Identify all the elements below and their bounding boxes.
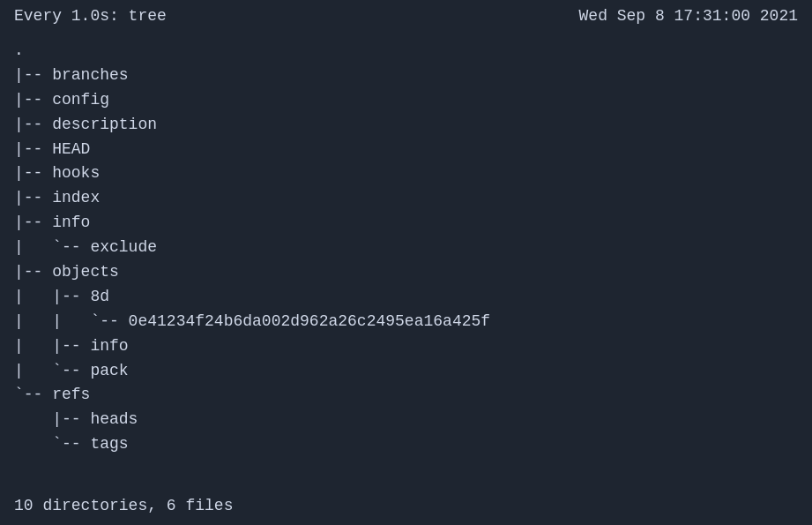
terminal-header: Every 1.0s: tree Wed Sep 8 17:31:00 2021 <box>0 0 812 32</box>
timestamp-label: Wed Sep 8 17:31:00 2021 <box>579 7 798 25</box>
tree-output: . |-- branches |-- config |-- descriptio… <box>0 32 812 490</box>
summary-line: 10 directories, 6 files <box>0 490 812 525</box>
terminal-window: Every 1.0s: tree Wed Sep 8 17:31:00 2021… <box>0 0 812 525</box>
watch-command-label: Every 1.0s: tree <box>14 7 167 25</box>
